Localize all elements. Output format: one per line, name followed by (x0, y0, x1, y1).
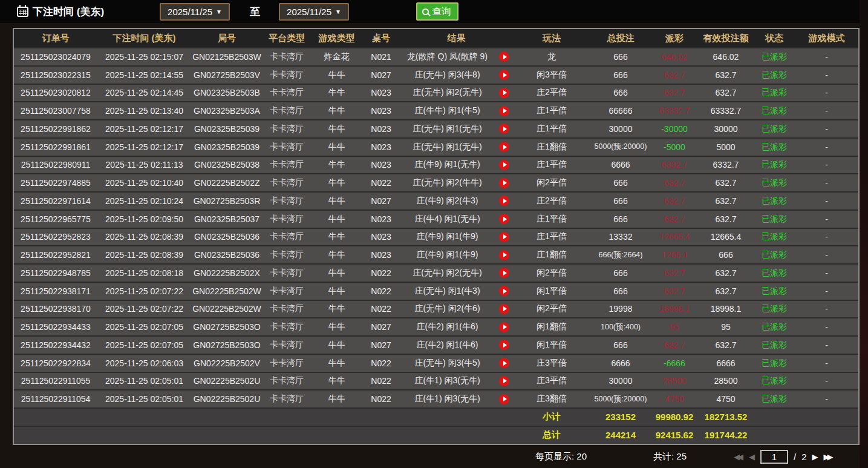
total-bet-cell: 666 (590, 178, 651, 188)
valid-bet-cell: 632.7 (698, 268, 754, 278)
play-video-icon[interactable] (499, 286, 509, 296)
play-video-icon[interactable] (499, 232, 509, 242)
play-video-icon[interactable] (499, 178, 509, 188)
table-row: 251125022991861 2025-11-25 02:12:17 GN02… (14, 137, 858, 156)
subtotal-label: 小计 (513, 411, 590, 423)
play-video-icon[interactable] (499, 160, 509, 170)
game-mode-cell: - (795, 340, 858, 350)
table-row: 251125022971614 2025-11-25 02:10:24 GN02… (14, 191, 858, 209)
play-video-icon[interactable] (499, 88, 509, 98)
table-no-cell: N022 (362, 268, 400, 278)
play-type-cell: 庄3平倍 (513, 375, 590, 386)
play-video-icon[interactable] (499, 70, 509, 80)
bet-time-cell: 2025-11-25 02:07:05 (97, 340, 191, 350)
play-video-icon[interactable] (499, 51, 509, 62)
bet-time-cell: 2025-11-25 02:08:39 (97, 250, 191, 260)
order-id-cell: 251125022938170 (14, 304, 97, 314)
valid-bet-cell: 632.7 (698, 196, 754, 206)
play-video-icon[interactable] (499, 376, 509, 386)
table-no-cell: N023 (362, 160, 400, 170)
payout-cell: -6666 (651, 358, 698, 368)
last-page-button[interactable]: ▶▶ (824, 452, 834, 461)
round-id-cell: GN02225B2502X (191, 268, 263, 278)
game-mode-cell: - (795, 286, 858, 296)
payout-cell: 4750 (651, 394, 698, 404)
payout-cell: 95 (651, 322, 698, 332)
payout-cell: 1265.4 (651, 250, 698, 260)
game-type-cell: 牛牛 (311, 321, 362, 332)
table-row: 251125022911054 2025-11-25 02:05:01 GN02… (14, 389, 858, 407)
play-video-icon[interactable] (499, 214, 509, 224)
platform-cell: 卡卡湾厅 (263, 105, 311, 116)
prev-page-button[interactable]: ◀ (749, 452, 755, 461)
status-badge: 已派彩 (754, 196, 795, 206)
bet-time-cell: 2025-11-25 02:06:03 (97, 358, 191, 368)
play-video-icon[interactable] (499, 250, 509, 260)
result-cell: 庄(牛2) 闲1(牛6) (400, 340, 495, 351)
filter-bar: 下注时间 (美东) 2025/11/25 ▼ 至 2025/11/25 ▼ 查询 (0, 0, 868, 23)
date-to-select[interactable]: 2025/11/25 ▼ (279, 3, 349, 21)
bet-time-cell: 2025-11-25 02:07:05 (97, 322, 191, 332)
table-row: 251125022965775 2025-11-25 02:09:50 GN02… (14, 209, 858, 228)
payout-cell: -30000 (651, 124, 698, 134)
filter-title: 下注时间 (美东) (33, 5, 133, 19)
game-mode-cell: - (795, 178, 858, 188)
game-mode-cell: - (795, 376, 858, 386)
game-mode-cell: - (795, 160, 858, 170)
valid-bet-cell: 95 (698, 322, 754, 332)
play-video-icon[interactable] (499, 394, 509, 404)
play-video-icon[interactable] (499, 142, 509, 152)
order-id-cell: 251125022934433 (14, 322, 97, 332)
col-order-id: 订单号 (14, 33, 97, 44)
status-badge: 已派彩 (754, 358, 795, 369)
valid-bet-cell: 632.7 (698, 88, 754, 97)
play-video-icon[interactable] (499, 340, 509, 350)
result-cell: 庄(牛9) 闲1(无牛) (400, 159, 495, 170)
table-row: 251125022991862 2025-11-25 02:12:17 GN02… (14, 119, 858, 137)
play-type-cell: 庄1平倍 (513, 214, 590, 225)
status-badge: 已派彩 (754, 105, 795, 116)
game-mode-cell: - (795, 124, 858, 134)
page-number-input[interactable] (760, 450, 788, 464)
first-page-button[interactable]: ◀◀ (734, 452, 743, 461)
play-video-icon[interactable] (499, 358, 509, 368)
col-bet-time: 下注时间 (美东) (97, 33, 191, 44)
order-id-cell: 251125023024079 (14, 52, 97, 62)
result-cell: 庄(无牛) 闲2(无牛) (400, 268, 495, 278)
game-mode-cell: - (795, 304, 858, 314)
play-video-icon[interactable] (499, 304, 509, 314)
play-type-cell: 庄1平倍 (513, 124, 590, 134)
table-row: 251125022934433 2025-11-25 02:07:05 GN02… (14, 317, 858, 335)
play-video-icon[interactable] (499, 196, 509, 206)
game-type-cell: 牛牛 (311, 340, 362, 351)
status-badge: 已派彩 (754, 268, 795, 278)
result-cell: 庄(无牛) 闲2(牛6) (400, 303, 495, 314)
game-mode-cell: - (795, 322, 858, 332)
total-bet-cell: 666 (590, 52, 651, 62)
table-row: 251125022938171 2025-11-25 02:07:22 GN02… (14, 282, 858, 300)
status-badge: 已派彩 (754, 375, 795, 386)
next-page-button[interactable]: ▶ (812, 452, 818, 461)
game-mode-cell: - (795, 52, 858, 62)
payout-cell: 632.7 (651, 340, 698, 350)
table-row: 251125022974885 2025-11-25 02:10:40 GN02… (14, 173, 858, 191)
date-from-select[interactable]: 2025/11/25 ▼ (160, 3, 230, 21)
round-id-cell: GN02325B2503B (191, 88, 263, 97)
table-no-cell: N022 (362, 178, 400, 188)
col-payout: 派彩 (651, 33, 698, 44)
total-payout: 92415.62 (651, 430, 698, 440)
valid-bet-cell: 4750 (698, 394, 754, 404)
play-type-cell: 闲2平倍 (513, 177, 590, 188)
table-no-cell: N023 (362, 214, 400, 224)
valid-bet-cell: 632.7 (698, 286, 754, 296)
play-video-icon[interactable] (499, 124, 509, 134)
play-video-icon[interactable] (499, 106, 509, 116)
result-cell: 庄(牛9) 闲2(牛3) (400, 196, 495, 206)
play-video-icon[interactable] (499, 268, 509, 278)
search-button[interactable]: 查询 (416, 2, 458, 21)
total-bet-cell: 30000 (590, 376, 651, 386)
table-no-cell: N022 (362, 304, 400, 314)
payout-cell: 632.7 (651, 214, 698, 224)
play-video-icon[interactable] (499, 322, 509, 332)
valid-bet-cell: 632.7 (698, 70, 754, 80)
